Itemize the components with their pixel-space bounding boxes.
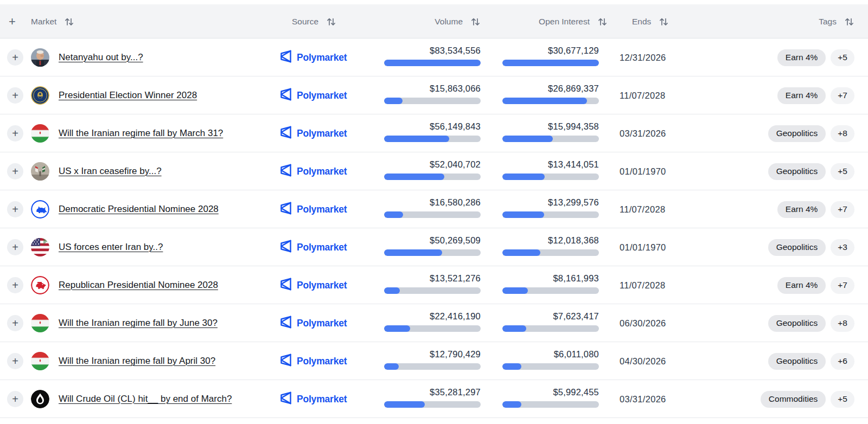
source-link[interactable]: Polymarket bbox=[279, 76, 347, 114]
source-link[interactable]: Polymarket bbox=[279, 228, 347, 266]
sort-icon[interactable] bbox=[326, 16, 336, 27]
more-tags-pill[interactable]: +7 bbox=[831, 87, 854, 104]
market-title-link[interactable]: Democratic Presidential Nominee 2028 bbox=[59, 190, 219, 228]
plus-icon: + bbox=[12, 354, 18, 369]
add-market-button[interactable]: + bbox=[7, 201, 23, 217]
ends-date: 03/31/2026 bbox=[620, 380, 666, 418]
tag-pill[interactable]: Geopolitics bbox=[768, 163, 826, 180]
more-tags-pill[interactable]: +5 bbox=[831, 391, 854, 408]
sort-icon[interactable] bbox=[597, 16, 608, 27]
source-link[interactable]: Polymarket bbox=[279, 266, 347, 304]
market-row: + Will Crude Oil (CL) hit__ by end of Ma… bbox=[0, 380, 868, 418]
market-row: + Netanyahu out by...? Polymarket $83,53… bbox=[0, 38, 868, 76]
source-link[interactable]: Polymarket bbox=[279, 114, 347, 152]
market-title-link[interactable]: Netanyahu out by...? bbox=[59, 38, 143, 76]
market-row: + Will the Iranian regime fall by March … bbox=[0, 114, 868, 152]
volume-value: $83,534,556 bbox=[384, 46, 481, 56]
volume-bar-track bbox=[384, 249, 481, 256]
tag-pill[interactable]: Commodities bbox=[761, 391, 826, 408]
source-link[interactable]: Polymarket bbox=[279, 380, 347, 418]
market-title-link[interactable]: Will the Iranian regime fall by June 30? bbox=[59, 304, 218, 342]
column-header-open-interest[interactable]: Open Interest bbox=[499, 4, 608, 38]
open-interest-cell: $8,161,993 bbox=[502, 273, 599, 294]
source-link[interactable]: Polymarket bbox=[279, 342, 347, 380]
volume-cell: $35,281,297 bbox=[384, 387, 481, 408]
column-header-volume[interactable]: Volume bbox=[372, 4, 481, 38]
volume-value: $12,790,429 bbox=[384, 349, 481, 359]
column-header-market[interactable]: Market bbox=[31, 4, 74, 38]
market-title-link[interactable]: Presidential Election Winner 2028 bbox=[59, 76, 197, 114]
volume-bar-fill bbox=[384, 325, 410, 332]
tag-pill[interactable]: Geopolitics bbox=[768, 353, 826, 370]
market-row: + US x Iran ceasefire by...? Polymarket … bbox=[0, 152, 868, 190]
market-title-link[interactable]: Will Crude Oil (CL) hit__ by end of Marc… bbox=[59, 380, 232, 418]
more-tags-pill[interactable]: +3 bbox=[831, 239, 854, 256]
ends-date: 06/30/2026 bbox=[620, 304, 666, 342]
market-avatar-iran-flag bbox=[31, 124, 49, 143]
add-market-button[interactable]: + bbox=[7, 87, 23, 104]
source-link[interactable]: Polymarket bbox=[279, 190, 347, 228]
open-interest-bar-track bbox=[502, 136, 599, 142]
column-header-source[interactable]: Source bbox=[292, 4, 336, 38]
add-market-button[interactable]: + bbox=[7, 49, 23, 66]
volume-cell: $22,416,190 bbox=[384, 311, 481, 332]
sort-icon[interactable] bbox=[63, 16, 74, 27]
volume-value: $35,281,297 bbox=[384, 387, 481, 397]
more-tags-pill[interactable]: +8 bbox=[831, 125, 854, 142]
column-header-tags-label: Tags bbox=[819, 17, 837, 27]
sort-icon[interactable] bbox=[844, 16, 854, 27]
more-tags-pill[interactable]: +7 bbox=[831, 277, 854, 294]
add-market-button[interactable]: + bbox=[7, 125, 23, 142]
add-market-button[interactable]: + bbox=[7, 391, 23, 407]
volume-bar-track bbox=[384, 325, 481, 332]
source-label: Polymarket bbox=[297, 318, 347, 329]
market-title-link[interactable]: Will the Iranian regime fall by April 30… bbox=[59, 342, 215, 380]
open-interest-bar-track bbox=[502, 325, 599, 332]
more-tags-pill[interactable]: +6 bbox=[831, 353, 854, 370]
tag-pill[interactable]: Earn 4% bbox=[777, 49, 826, 66]
open-interest-bar-fill bbox=[502, 98, 587, 104]
tag-pill[interactable]: Earn 4% bbox=[777, 87, 826, 104]
market-avatar-iran-flag bbox=[31, 352, 49, 370]
market-title-link[interactable]: Republican Presidential Nominee 2028 bbox=[59, 266, 218, 304]
tag-pill[interactable]: Earn 4% bbox=[777, 201, 826, 218]
market-title-link[interactable]: Will the Iranian regime fall by March 31… bbox=[59, 114, 223, 152]
more-tags-pill[interactable]: +5 bbox=[831, 163, 854, 180]
market-title-link[interactable]: US x Iran ceasefire by...? bbox=[59, 152, 162, 190]
source-link[interactable]: Polymarket bbox=[279, 304, 347, 342]
ends-date: 12/31/2026 bbox=[620, 38, 666, 76]
market-title-link[interactable]: US forces enter Iran by..? bbox=[59, 228, 163, 266]
sort-icon[interactable] bbox=[658, 16, 669, 27]
tag-pill[interactable]: Earn 4% bbox=[777, 277, 826, 294]
volume-bar-fill bbox=[384, 287, 400, 294]
add-market-button[interactable]: + bbox=[7, 277, 23, 293]
sort-icon[interactable] bbox=[470, 16, 481, 27]
open-interest-bar-track bbox=[502, 249, 599, 256]
add-market-button[interactable]: + bbox=[7, 353, 23, 369]
source-link[interactable]: Polymarket bbox=[279, 38, 347, 76]
tag-pill[interactable]: Geopolitics bbox=[768, 315, 826, 332]
more-tags-pill[interactable]: +5 bbox=[831, 49, 854, 66]
table-body: + Netanyahu out by...? Polymarket $83,53… bbox=[0, 38, 868, 418]
tag-pill[interactable]: Geopolitics bbox=[768, 125, 826, 142]
volume-cell: $56,149,843 bbox=[384, 121, 481, 142]
add-market-button[interactable]: + bbox=[7, 163, 23, 179]
tag-pill[interactable]: Geopolitics bbox=[768, 239, 826, 256]
source-label: Polymarket bbox=[297, 166, 347, 177]
column-header-tags[interactable]: Tags bbox=[749, 4, 854, 38]
add-market-button[interactable]: + bbox=[7, 239, 23, 255]
more-tags-pill[interactable]: +7 bbox=[831, 201, 854, 218]
polymarket-logo-icon bbox=[279, 125, 293, 142]
add-market-button[interactable]: + bbox=[7, 315, 23, 331]
more-tags-pill[interactable]: +8 bbox=[831, 315, 854, 332]
volume-value: $16,580,286 bbox=[384, 197, 481, 208]
tags-cell: Earn 4% +7 bbox=[777, 190, 854, 228]
tags-cell: Earn 4% +5 bbox=[777, 38, 854, 76]
volume-value: $56,149,843 bbox=[384, 121, 481, 132]
column-header-ends[interactable]: Ends bbox=[632, 4, 669, 38]
ends-date: 11/07/2028 bbox=[620, 76, 665, 114]
header-plus-icon[interactable]: + bbox=[9, 4, 16, 38]
source-link[interactable]: Polymarket bbox=[279, 152, 347, 190]
market-avatar-oil-drop bbox=[31, 390, 49, 408]
open-interest-bar-track bbox=[502, 363, 599, 370]
